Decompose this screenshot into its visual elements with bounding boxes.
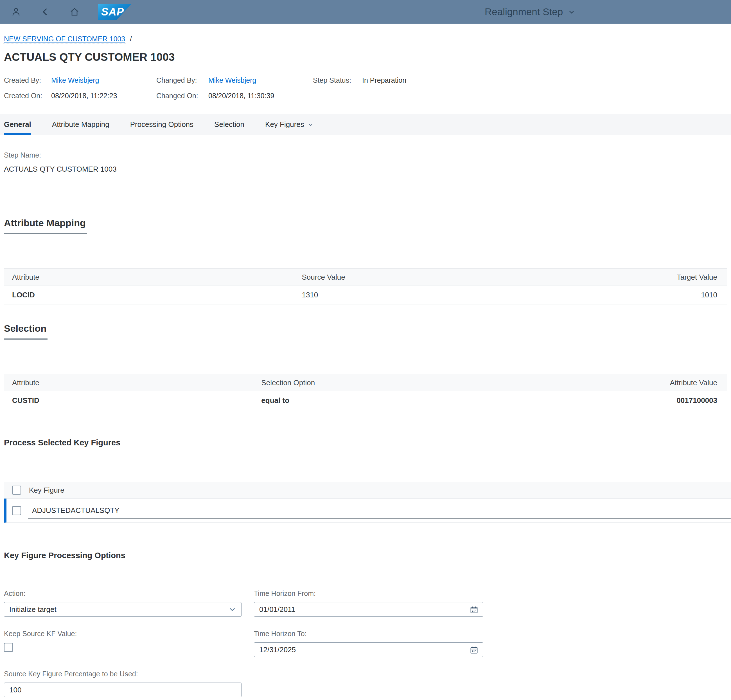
cell-attribute: CUSTID: [4, 396, 261, 405]
created-by-label: Created By:: [4, 76, 51, 84]
app-title: Realignment Step: [485, 6, 563, 18]
attribute-mapping-heading-text: Attribute Mapping: [4, 218, 87, 234]
chevron-down-icon: [308, 122, 314, 128]
key-figure-table-header: Key Figure: [4, 482, 731, 499]
row-select-checkbox[interactable]: [12, 506, 21, 515]
selection-heading-text: Selection: [4, 323, 47, 340]
tab-key-figures[interactable]: Key Figures: [265, 114, 314, 135]
breadcrumb-separator: /: [130, 35, 132, 43]
action-selected-value: Initialize target: [9, 605, 57, 614]
time-horizon-to-label: Time Horizon To:: [254, 629, 483, 638]
chevron-down-icon: [228, 606, 236, 613]
section-general: Step Name: ACTUALS QTY CUSTOMER 1003: [4, 151, 731, 174]
attribute-mapping-table: Attribute Source Value Target Value LOCI…: [4, 268, 727, 304]
step-name-value: ACTUALS QTY CUSTOMER 1003: [4, 165, 731, 174]
changed-by-label: Changed By:: [156, 76, 208, 84]
keep-source-field: Keep Source KF Value:: [4, 629, 242, 653]
source-percentage-label: Source Key Figure Percentage to be Used:: [4, 670, 242, 678]
back-icon[interactable]: [39, 5, 52, 18]
created-by-value[interactable]: Mike Weisbjerg: [51, 76, 99, 84]
tab-key-figures-label: Key Figures: [265, 120, 304, 129]
meta-changed-column: Changed By: Mike Weisbjerg Changed On: 0…: [156, 76, 313, 100]
sap-logo-text: SAP: [101, 6, 124, 18]
selection-table: Attribute Selection Option Attribute Val…: [4, 374, 727, 410]
col-attribute-value: Attribute Value: [570, 378, 727, 387]
key-figure-input[interactable]: [28, 503, 731, 519]
select-all-checkbox[interactable]: [12, 485, 21, 495]
col-selection-option: Selection Option: [261, 378, 570, 387]
tab-selection[interactable]: Selection: [214, 114, 244, 135]
sap-logo[interactable]: SAP: [98, 4, 132, 20]
action-select[interactable]: Initialize target: [4, 602, 242, 617]
time-horizon-from-label: Time Horizon From:: [254, 590, 483, 598]
changed-by-value[interactable]: Mike Weisbjerg: [208, 76, 256, 84]
tab-processing-options-label: Processing Options: [130, 120, 194, 129]
keep-source-label: Keep Source KF Value:: [4, 629, 242, 638]
step-name-label: Step Name:: [4, 151, 731, 159]
table-row: CUSTID equal to 0017100003: [4, 391, 727, 410]
created-on-value: 08/20/2018, 11:22:23: [51, 92, 117, 100]
tab-processing-options[interactable]: Processing Options: [130, 114, 194, 135]
kf-processing-options-heading: Key Figure Processing Options: [4, 551, 731, 560]
breadcrumb: NEW SERVING OF CUSTOMER 1003 /: [4, 35, 731, 43]
selection-table-header: Attribute Selection Option Attribute Val…: [4, 374, 727, 391]
attribute-mapping-table-header: Attribute Source Value Target Value: [4, 268, 727, 286]
changed-on-label: Changed On:: [156, 92, 208, 100]
anchor-tab-bar: General Attribute Mapping Processing Opt…: [0, 114, 731, 135]
col-attribute: Attribute: [4, 273, 302, 282]
tab-attribute-mapping-label: Attribute Mapping: [52, 120, 109, 129]
tab-general[interactable]: General: [4, 114, 31, 135]
tab-attribute-mapping[interactable]: Attribute Mapping: [52, 114, 109, 135]
selection-heading: Selection: [4, 323, 731, 340]
action-field: Action: Initialize target: [4, 590, 242, 617]
keep-source-checkbox[interactable]: [4, 643, 13, 652]
attribute-mapping-heading: Attribute Mapping: [4, 218, 731, 234]
calendar-icon[interactable]: [469, 645, 479, 655]
col-attribute: Attribute: [4, 378, 261, 387]
step-status-value: In Preparation: [362, 76, 406, 84]
col-source-value: Source Value: [302, 273, 570, 282]
chevron-down-icon: [567, 7, 576, 16]
time-horizon-to-input[interactable]: [254, 642, 483, 657]
shell-bar: SAP Realignment Step: [0, 0, 731, 24]
user-icon[interactable]: [10, 5, 22, 18]
changed-on-value: 08/20/2018, 11:30:39: [208, 92, 274, 100]
key-figure-table: Key Figure: [4, 482, 731, 523]
time-horizon-to-field: Time Horizon To:: [254, 629, 483, 657]
header-meta: Created By: Mike Weisbjerg Created On: 0…: [4, 76, 731, 100]
cell-source-value: 1310: [302, 291, 570, 299]
app-title-menu[interactable]: Realignment Step: [485, 0, 576, 24]
time-horizon-from-field: Time Horizon From:: [254, 590, 483, 617]
time-horizon-from-input[interactable]: [254, 602, 483, 617]
cell-target-value: 1010: [570, 291, 727, 299]
kf-options-form: Action: Initialize target Time Horizon F…: [4, 590, 731, 697]
cell-attribute: LOCID: [4, 291, 302, 299]
cell-attribute-value: 0017100003: [570, 396, 727, 405]
action-label: Action:: [4, 590, 242, 598]
step-status-label: Step Status:: [313, 76, 362, 84]
table-row: LOCID 1310 1010: [4, 286, 727, 304]
created-on-label: Created On:: [4, 92, 51, 100]
key-figure-row: [4, 499, 731, 523]
col-key-figure: Key Figure: [29, 486, 65, 495]
cell-selection-option: equal to: [261, 396, 570, 405]
col-target-value: Target Value: [570, 273, 727, 282]
calendar-icon[interactable]: [469, 605, 479, 615]
page-title: ACTUALS QTY CUSTOMER 1003: [4, 51, 731, 63]
source-percentage-input[interactable]: [4, 682, 242, 697]
meta-created-column: Created By: Mike Weisbjerg Created On: 0…: [4, 76, 156, 100]
source-percentage-field: Source Key Figure Percentage to be Used:: [4, 670, 242, 697]
key-figures-heading: Process Selected Key Figures: [4, 438, 731, 447]
object-page: NEW SERVING OF CUSTOMER 1003 / ACTUALS Q…: [0, 35, 731, 697]
breadcrumb-parent-link[interactable]: NEW SERVING OF CUSTOMER 1003: [4, 35, 125, 43]
tab-selection-label: Selection: [214, 120, 244, 129]
tab-general-label: General: [4, 120, 31, 129]
meta-status-column: Step Status: In Preparation: [313, 76, 406, 100]
home-icon[interactable]: [68, 5, 81, 18]
